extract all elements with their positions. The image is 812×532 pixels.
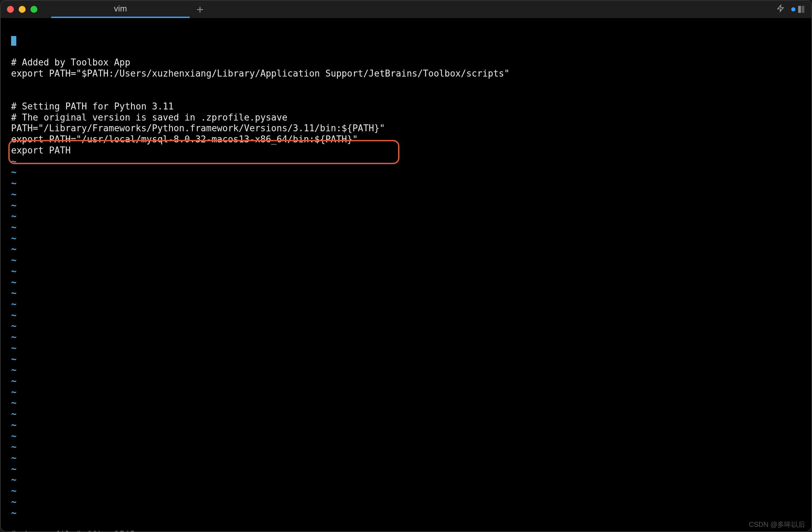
editor-line: PATH="/Library/Frameworks/Python.framewo… [11, 123, 385, 133]
cursor [11, 36, 16, 46]
new-tab-button[interactable]: + [190, 1, 210, 18]
empty-line-tilde: ~ [11, 354, 17, 364]
plus-icon: + [197, 3, 203, 16]
empty-line-tilde: ~ [11, 189, 17, 200]
svg-marker-0 [778, 5, 784, 11]
empty-line-tilde: ~ [11, 211, 17, 221]
editor-line: export PATH="$PATH:/Users/xuzhenxiang/Li… [11, 68, 509, 79]
terminal-window: vim + # Added by Toolbox App export PATH… [0, 0, 812, 532]
tab-vim[interactable]: vim [51, 1, 190, 18]
empty-line-tilde: ~ [11, 200, 17, 211]
empty-line-tilde: ~ [11, 376, 17, 386]
empty-line-tilde: ~ [11, 497, 17, 507]
empty-line-tilde: ~ [11, 222, 17, 232]
watermark: CSDN @多哞以后 [749, 520, 805, 529]
traffic-lights [7, 6, 37, 13]
tab-label: vim [114, 4, 127, 14]
editor-line: export PATH="/usr/local/mysql-8.0.32-mac… [11, 134, 358, 144]
empty-line-tilde: ~ [11, 409, 17, 419]
editor-line: # Setting PATH for Python 3.11 [11, 101, 174, 112]
terminal-body[interactable]: # Added by Toolbox App export PATH="$PAT… [1, 18, 811, 531]
close-window-button[interactable] [7, 6, 14, 13]
empty-line-tilde: ~ [11, 332, 17, 342]
empty-line-tilde: ~ [11, 398, 17, 408]
empty-line-tilde: ~ [11, 167, 17, 177]
empty-line-tilde: ~ [11, 244, 17, 254]
vim-status-line: "~/.zprofile" 11L, 350B [11, 530, 136, 531]
empty-line-tilde: ~ [11, 299, 17, 309]
empty-line-tilde: ~ [11, 464, 17, 474]
bolt-icon[interactable] [777, 4, 784, 15]
empty-line-tilde: ~ [11, 156, 17, 167]
editor-line: # The original version is saved in .zpro… [11, 112, 287, 123]
empty-line-tilde: ~ [11, 266, 17, 276]
empty-line-tilde: ~ [11, 255, 17, 265]
empty-line-tilde: ~ [11, 453, 17, 463]
sync-bars-icon [798, 6, 804, 13]
titlebar: vim + [1, 1, 811, 18]
empty-line-tilde: ~ [11, 508, 17, 518]
empty-line-tilde: ~ [11, 277, 17, 287]
empty-line-tilde: ~ [11, 321, 17, 331]
titlebar-right [777, 4, 804, 15]
maximize-window-button[interactable] [30, 6, 37, 13]
empty-line-tilde: ~ [11, 365, 17, 375]
editor-line: export PATH [11, 145, 71, 156]
empty-line-tilde: ~ [11, 420, 17, 430]
empty-line-tilde: ~ [11, 431, 17, 441]
minimize-window-button[interactable] [19, 6, 26, 13]
empty-line-tilde: ~ [11, 233, 17, 243]
empty-line-tilde: ~ [11, 310, 17, 320]
tabs-container: vim + [51, 1, 210, 18]
empty-line-tilde: ~ [11, 288, 17, 298]
sync-dot-icon [791, 7, 795, 11]
editor-line: # Added by Toolbox App [11, 57, 130, 68]
empty-line-tilde: ~ [11, 178, 17, 188]
sync-indicator[interactable] [791, 6, 804, 13]
empty-line-tilde: ~ [11, 442, 17, 452]
empty-line-tilde: ~ [11, 486, 17, 496]
empty-line-tilde: ~ [11, 343, 17, 353]
empty-line-tilde: ~ [11, 387, 17, 397]
empty-line-tilde: ~ [11, 475, 17, 485]
